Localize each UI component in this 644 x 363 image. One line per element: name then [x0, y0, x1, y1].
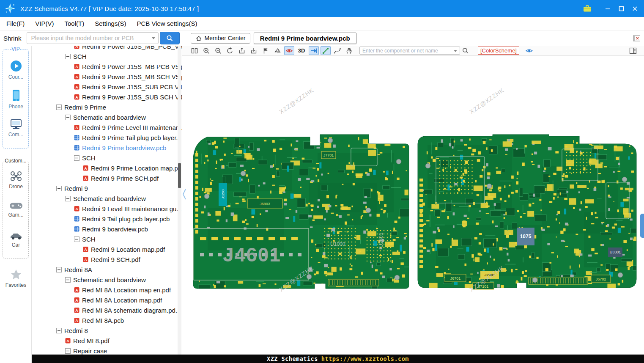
import-down-icon[interactable]	[249, 46, 259, 55]
tree-file[interactable]: ARedmi 9 Power J15S_MB SCH V5.p...	[32, 72, 182, 82]
chevron-down-icon[interactable]	[152, 37, 155, 39]
tree-scrollbar-thumb[interactable]	[178, 163, 181, 188]
measure-line-icon[interactable]	[321, 46, 331, 55]
tree-file[interactable]: ARed MI 8A.pcb	[32, 315, 182, 325]
tree-folder[interactable]: Schematic and boardview	[32, 112, 182, 122]
pcb-component-j7701[interactable]: J7701	[321, 151, 336, 159]
svg-text:U3301: U3301	[610, 250, 621, 254]
tree-file[interactable]: ARed MI 8A schematic diagram.pd...	[32, 305, 182, 315]
tree-folder[interactable]: Redmi 8A	[32, 264, 182, 275]
tree-file[interactable]: ARed MI 8A Location map en.pdf	[32, 285, 182, 295]
sidebar-item-computer[interactable]: Com...	[0, 119, 32, 138]
zoom-out-icon[interactable]	[213, 46, 223, 55]
chevron-down-icon[interactable]	[454, 50, 457, 52]
tree-folder[interactable]: Redmi 8	[32, 325, 182, 336]
export-up-icon[interactable]	[237, 46, 247, 55]
model-search-button[interactable]	[160, 32, 180, 44]
tree-file[interactable]: Redmi 9 boardview.pcb	[32, 224, 182, 234]
maximize-button[interactable]	[614, 3, 628, 14]
collapse-right-panel-handle[interactable]	[640, 214, 644, 238]
zoom-in-icon[interactable]	[201, 46, 211, 55]
tree-file[interactable]: ARedmi 9 Power J15S_SUB SCH V4...	[32, 92, 182, 102]
component-search-input[interactable]	[359, 47, 460, 55]
sidebar-item-drone[interactable]: Drone	[0, 170, 32, 190]
menu-item[interactable]: Settings(S)	[95, 20, 126, 27]
menu-item[interactable]: PCB View settings(S)	[137, 20, 197, 27]
tree-file[interactable]: ARedmi 9 Power J15S_MB_PCB_V5 im...	[32, 46, 182, 51]
tree-folder[interactable]: Redmi 9	[32, 183, 182, 193]
sidebar-item-game[interactable]: Gam...	[0, 201, 32, 218]
tree-folder[interactable]: Redmi 9 Prime	[32, 102, 182, 112]
sidebar-item-favorites[interactable]: Favorites	[0, 269, 32, 288]
tree-file[interactable]: ARed MI 8A Location map.pdf	[32, 295, 182, 305]
top-bottom-lens-icon[interactable]	[284, 46, 294, 55]
pcb-component-j6903[interactable]: J6903	[247, 199, 282, 208]
tree-file[interactable]: ARedmi 9 Prime SCH.pdf	[32, 173, 182, 183]
shrink-button[interactable]: Shrink	[3, 35, 22, 42]
pcb-component-1075[interactable]: 1075	[517, 228, 534, 245]
tree-file[interactable]: ARedmi 9 Prime Level III maintenan...	[32, 122, 182, 132]
tree-file[interactable]: Redmi 9 Prime boardview.pcb	[32, 143, 182, 153]
pcb-component-u2601[interactable]: U2601	[378, 232, 384, 248]
tree-folder[interactable]: SCH	[32, 153, 182, 163]
tree-scrollbar[interactable]	[178, 46, 181, 355]
tree-folder[interactable]: Schematic and boardview	[32, 275, 182, 285]
svg-text:A: A	[75, 126, 78, 130]
window-title: XZZ Schematics V4.77 [ VIP Due date: 202…	[20, 5, 199, 12]
pcb-canvas[interactable]: J4601U1000U2601J6903U1200J77011075U3301J…	[182, 56, 644, 355]
tree-folder[interactable]: SCH	[32, 234, 182, 244]
pcb-component-j6701[interactable]: J6701	[445, 274, 466, 282]
rotate-icon[interactable]	[225, 46, 235, 55]
view-3d-button[interactable]: 3D	[296, 47, 307, 54]
sidebar-item-car[interactable]: Car	[0, 232, 32, 248]
tree-file[interactable]: ARedmi 9 Power J15S_MB PCB V5.p...	[32, 61, 182, 72]
tree-file[interactable]: ARedmi 9 Power J15S_SUB PCB V4...	[32, 82, 182, 92]
collapse-tree-handle[interactable]	[182, 188, 187, 202]
svg-text:A: A	[75, 298, 78, 302]
statusbar-url: https://www.xzztools.com	[321, 355, 409, 362]
close-sidepanel-icon[interactable]	[633, 35, 641, 42]
svg-text:A: A	[75, 75, 78, 79]
menu-item[interactable]: Tool(T)	[65, 20, 85, 27]
flip-horizontal-icon[interactable]	[272, 46, 282, 55]
tree-file[interactable]: ARedmi 9 Prime Location map.p...	[32, 163, 182, 173]
colorscheme-button[interactable]: [ColorScheme]	[478, 47, 519, 55]
tree-file[interactable]: Redmi 9 Prime Tail plug pcb layer...	[32, 132, 182, 143]
pan-hand-icon[interactable]	[344, 46, 354, 55]
pcb-component-j4601[interactable]: J4601	[223, 244, 281, 266]
member-center-button[interactable]: Member Center	[191, 33, 250, 44]
car-icon	[9, 232, 23, 240]
tree-file[interactable]: ARed MI 8.pdf	[32, 336, 182, 346]
move-arrow-icon[interactable]	[309, 46, 319, 55]
svg-text:A: A	[84, 248, 87, 252]
model-search-input[interactable]	[27, 32, 159, 44]
tree-folder[interactable]: Repair case	[32, 346, 182, 355]
tree-file[interactable]: ARedmi 9 Location map.pdf	[32, 244, 182, 254]
pcb-component-j6702[interactable]: J6702	[591, 275, 611, 283]
tree-folder[interactable]: Schematic and boardview	[32, 193, 182, 204]
pcb-component-u3301[interactable]: U3301	[608, 248, 622, 257]
tree-file[interactable]: ARedmi 9 Level III maintenance gu...	[32, 204, 182, 214]
component-search-icon[interactable]	[460, 46, 470, 55]
svg-text:A: A	[75, 95, 78, 99]
split-view-icon[interactable]	[189, 46, 200, 55]
panel-toggle-icon[interactable]	[628, 46, 638, 55]
flag-icon[interactable]	[260, 46, 271, 55]
close-button[interactable]	[628, 3, 641, 14]
tree-file[interactable]: Redmi 9 Tail plug pcb layer.pcb	[32, 214, 182, 224]
tree-folder[interactable]: SCH	[32, 51, 182, 61]
menu-item[interactable]: File(F)	[6, 20, 25, 27]
sidebar-item-phone[interactable]: Phone	[0, 89, 32, 110]
sidebar-item-course[interactable]: Cour...	[0, 60, 32, 80]
tree-file[interactable]: ARedmi 9 SCH.pdf	[32, 254, 182, 264]
svg-text:U2601: U2601	[378, 232, 384, 248]
pcb-boardview[interactable]: J4601U1000U2601J6903U1200J77011075U3301J…	[182, 56, 644, 355]
menu-item[interactable]: VIP(V)	[35, 20, 54, 27]
minimize-button[interactable]	[601, 3, 614, 14]
svg-text:A: A	[84, 258, 87, 262]
active-file-tab[interactable]: Redmi 9 Prime boardview.pcb	[254, 33, 356, 44]
pcb-component-u1200[interactable]: U1200	[219, 183, 227, 206]
visibility-eye-icon[interactable]	[524, 46, 534, 55]
curve-tool-icon[interactable]	[332, 46, 343, 55]
pcb-component-u1000[interactable]: U1000	[330, 241, 345, 247]
